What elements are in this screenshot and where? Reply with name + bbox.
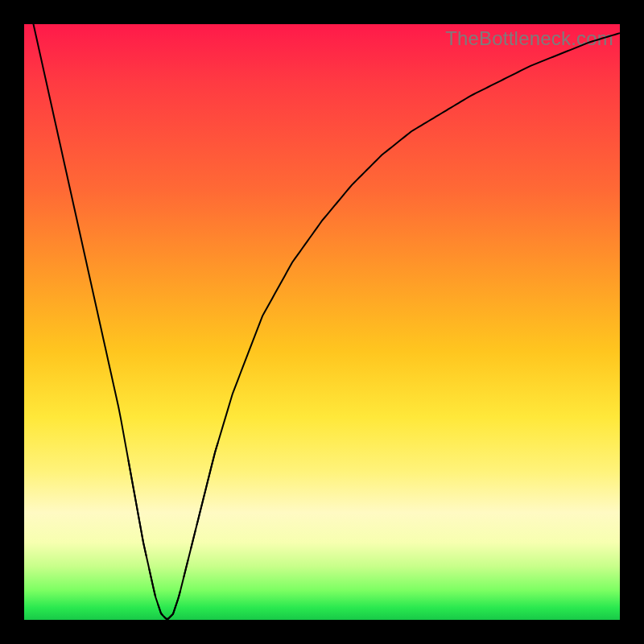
plot-area: TheBottleneck.com — [24, 24, 620, 620]
highlight-segment — [184, 560, 188, 577]
highlight-segment — [159, 605, 163, 616]
chart-frame: TheBottleneck.com — [0, 0, 644, 644]
highlight-segment — [191, 530, 196, 549]
highlight-bands — [129, 443, 218, 619]
highlight-segment — [149, 569, 155, 596]
highlight-segment — [197, 443, 218, 524]
highlight-segment — [129, 460, 147, 555]
bottleneck-curve — [24, 24, 620, 620]
curve-line — [24, 0, 620, 619]
highlight-segment — [164, 591, 180, 619]
